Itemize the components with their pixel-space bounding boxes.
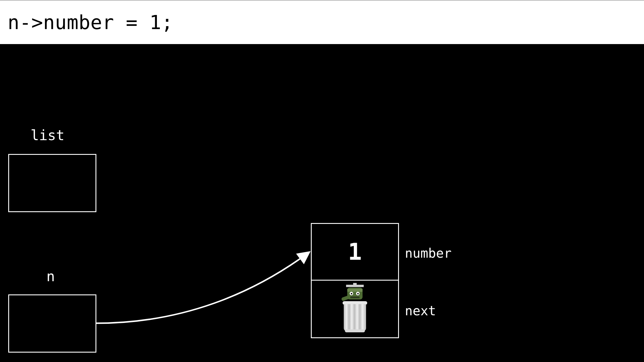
code-strip: n->number = 1; [0,0,644,44]
pointer-arrow [0,44,644,362]
code-line: n->number = 1; [8,11,173,34]
diagram-canvas: list n 1 [0,44,644,362]
